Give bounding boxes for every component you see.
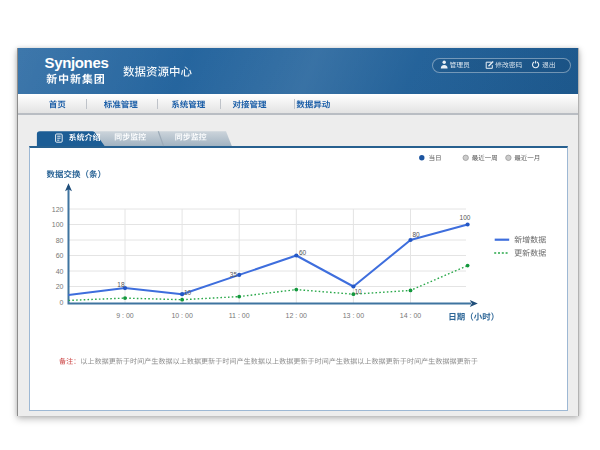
svg-text:10: 10 bbox=[355, 288, 363, 295]
svg-text:40: 40 bbox=[56, 268, 64, 275]
svg-text:80: 80 bbox=[56, 237, 64, 244]
svg-text:100: 100 bbox=[460, 214, 471, 221]
svg-text:11 : 00: 11 : 00 bbox=[229, 312, 250, 319]
svg-text:13 : 00: 13 : 00 bbox=[343, 312, 365, 319]
svg-text:9 : 00: 9 : 00 bbox=[116, 312, 134, 319]
svg-text:12 : 00: 12 : 00 bbox=[286, 312, 308, 319]
svg-text:18: 18 bbox=[117, 281, 125, 288]
svg-text:60: 60 bbox=[56, 252, 64, 259]
svg-text:10 : 00: 10 : 00 bbox=[171, 312, 193, 319]
svg-text:35: 35 bbox=[230, 271, 238, 278]
svg-text:14 : 00: 14 : 00 bbox=[400, 312, 422, 319]
svg-text:100: 100 bbox=[52, 221, 64, 228]
svg-text:60: 60 bbox=[299, 249, 307, 256]
svg-text:0: 0 bbox=[60, 299, 64, 306]
svg-text:10: 10 bbox=[184, 289, 192, 296]
svg-text:20: 20 bbox=[56, 283, 64, 290]
svg-text:120: 120 bbox=[52, 206, 64, 213]
svg-text:80: 80 bbox=[413, 231, 421, 238]
